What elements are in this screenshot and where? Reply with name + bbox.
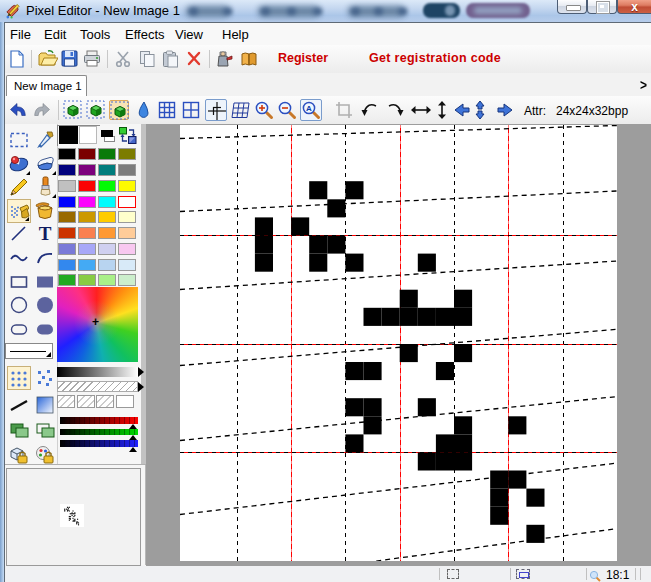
- svg-text:A: A: [306, 104, 312, 113]
- svg-text:T: T: [39, 223, 52, 244]
